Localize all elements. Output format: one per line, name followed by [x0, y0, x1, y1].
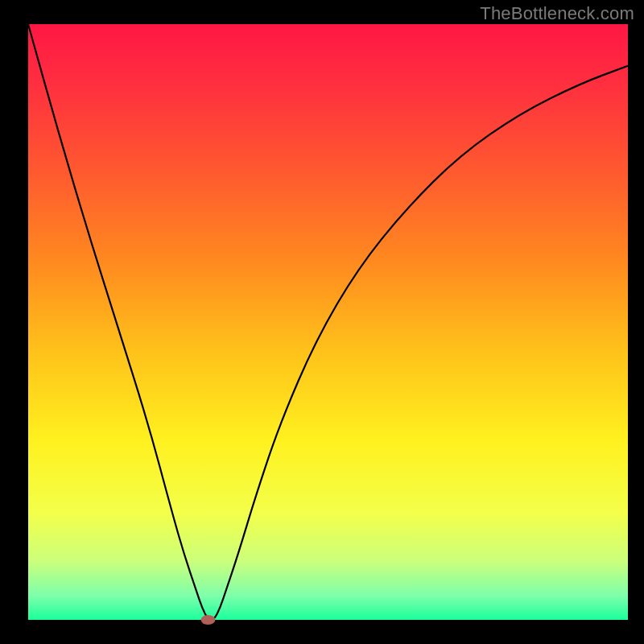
- optimal-point-marker: [201, 615, 216, 625]
- plot-background: [28, 24, 628, 620]
- watermark-text: TheBottleneck.com: [480, 3, 634, 24]
- chart-svg: [0, 0, 644, 644]
- chart-frame: TheBottleneck.com: [0, 0, 644, 644]
